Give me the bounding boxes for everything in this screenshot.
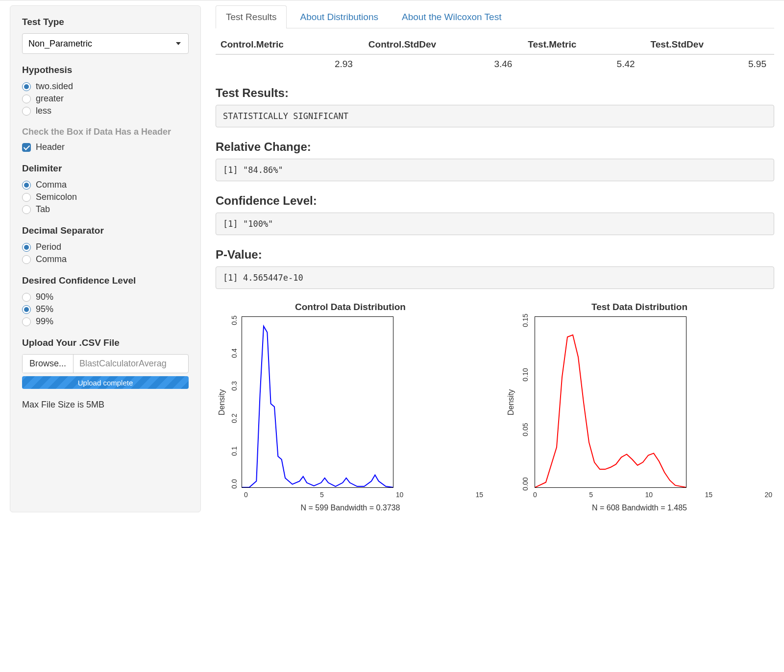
- cell: 5.42: [520, 54, 642, 73]
- header-check-label: Check the Box if Data Has a Header: [22, 127, 189, 137]
- radio-icon: [22, 205, 31, 214]
- chart-yticks: 0.150.100.050.00: [515, 316, 535, 488]
- decimal-comma[interactable]: Comma: [22, 254, 189, 264]
- radio-label: 99%: [36, 316, 53, 327]
- col-control-stddev: Control.StdDev: [361, 35, 520, 54]
- table-row: 2.93 3.46 5.42 5.95: [216, 54, 774, 73]
- hypothesis-two-sided[interactable]: two.sided: [22, 81, 189, 92]
- test-type-dropdown[interactable]: Non_Parametric: [22, 33, 189, 54]
- charts-row: Control Data Distribution Density 0.50.4…: [216, 302, 774, 512]
- radio-label: greater: [36, 94, 64, 104]
- delimiter-label: Delimiter: [22, 163, 189, 174]
- tabs: Test Results About Distributions About t…: [216, 5, 774, 28]
- decimal-label: Decimal Separator: [22, 225, 189, 236]
- chart-xticks: 05101520: [533, 491, 772, 499]
- check-icon: [22, 143, 31, 152]
- chart-ylabel: Density: [505, 316, 515, 488]
- browse-button[interactable]: Browse...: [23, 355, 74, 373]
- upload-label: Upload Your .CSV File: [22, 337, 189, 348]
- tab-about-distributions[interactable]: About Distributions: [290, 5, 388, 28]
- chart-title: Test Data Distribution: [505, 302, 774, 312]
- chart-title: Control Data Distribution: [216, 302, 485, 312]
- chart-plot: [535, 316, 686, 488]
- control-chart: Control Data Distribution Density 0.50.4…: [216, 302, 485, 512]
- delimiter-comma[interactable]: Comma: [22, 180, 189, 190]
- hypothesis-label: Hypothesis: [22, 65, 189, 75]
- radio-icon: [22, 243, 31, 252]
- confidence-level-heading: Confidence Level:: [216, 194, 774, 208]
- confidence-level-value: [1] "100%": [216, 213, 774, 235]
- confidence-label: Desired Confidence Level: [22, 275, 189, 286]
- radio-label: Semicolon: [36, 192, 77, 202]
- relative-change-value: [1] "84.86%": [216, 159, 774, 181]
- test-chart: Test Data Distribution Density 0.150.100…: [505, 302, 774, 512]
- test-type-label: Test Type: [22, 17, 189, 27]
- cell: 2.93: [216, 54, 361, 73]
- p-value-heading: P-Value:: [216, 248, 774, 262]
- col-test-metric: Test.Metric: [520, 35, 642, 54]
- main-panel: Test Results About Distributions About t…: [216, 5, 774, 512]
- sidebar: Test Type Non_Parametric Hypothesis two.…: [10, 5, 201, 512]
- upload-progress: Upload complete: [22, 376, 189, 389]
- confidence-95[interactable]: 95%: [22, 304, 189, 314]
- cell: 3.46: [361, 54, 520, 73]
- radio-icon: [22, 82, 31, 91]
- delimiter-semicolon[interactable]: Semicolon: [22, 192, 189, 202]
- delimiter-tab[interactable]: Tab: [22, 204, 189, 215]
- radio-icon: [22, 193, 31, 202]
- radio-icon: [22, 95, 31, 103]
- upload-filename: BlastCalculatorAverag: [74, 355, 172, 373]
- relative-change-heading: Relative Change:: [216, 140, 774, 154]
- decimal-period[interactable]: Period: [22, 242, 189, 252]
- file-upload[interactable]: Browse... BlastCalculatorAverag: [22, 354, 189, 373]
- tab-test-results[interactable]: Test Results: [216, 5, 287, 28]
- confidence-90[interactable]: 90%: [22, 292, 189, 302]
- radio-icon: [22, 255, 31, 264]
- header-checkbox[interactable]: Header: [22, 142, 189, 152]
- radio-label: Comma: [36, 254, 67, 264]
- radio-label: Period: [36, 242, 61, 252]
- radio-icon: [22, 107, 31, 116]
- chart-plot: [242, 316, 393, 488]
- confidence-99[interactable]: 99%: [22, 316, 189, 327]
- radio-label: less: [36, 106, 51, 116]
- max-file-hint: Max File Size is 5MB: [22, 400, 189, 410]
- checkbox-label: Header: [36, 142, 65, 152]
- tab-about-wilcoxon[interactable]: About the Wilcoxon Test: [392, 5, 512, 28]
- chart-caption: N = 608 Bandwidth = 1.485: [505, 504, 774, 512]
- stats-table: Control.Metric Control.StdDev Test.Metri…: [216, 35, 774, 73]
- test-type-select[interactable]: Non_Parametric: [22, 33, 189, 54]
- radio-label: two.sided: [36, 81, 73, 92]
- hypothesis-less[interactable]: less: [22, 106, 189, 116]
- radio-label: 90%: [36, 292, 53, 302]
- radio-icon: [22, 317, 31, 326]
- col-control-metric: Control.Metric: [216, 35, 361, 54]
- cell: 5.95: [643, 54, 774, 73]
- chart-yticks: 0.50.40.30.20.10.0: [226, 316, 242, 488]
- chart-caption: N = 599 Bandwidth = 0.3738: [216, 504, 485, 512]
- col-test-stddev: Test.StdDev: [643, 35, 774, 54]
- chart-ylabel: Density: [216, 316, 226, 488]
- radio-icon: [22, 305, 31, 314]
- hypothesis-greater[interactable]: greater: [22, 94, 189, 104]
- test-results-heading: Test Results:: [216, 86, 774, 100]
- radio-label: Tab: [36, 204, 50, 215]
- radio-icon: [22, 293, 31, 302]
- chart-xticks: 051015: [244, 491, 483, 499]
- test-results-value: STATISTICALLY SIGNIFICANT: [216, 105, 774, 127]
- radio-label: 95%: [36, 304, 53, 314]
- radio-label: Comma: [36, 180, 67, 190]
- radio-icon: [22, 181, 31, 190]
- p-value-value: [1] 4.565447e-10: [216, 266, 774, 289]
